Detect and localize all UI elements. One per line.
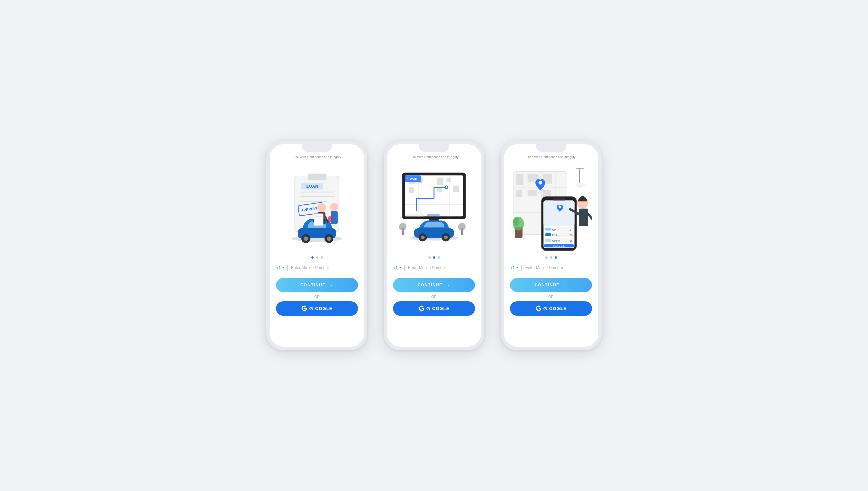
or-text-1: OR	[314, 295, 320, 299]
phone-3-illustration: Car $4 Flash $3 Comfort $5 Confirm ride	[510, 161, 592, 255]
arrow-icon-1: →	[328, 282, 334, 288]
svg-rect-75	[543, 200, 574, 226]
svg-point-21	[328, 215, 333, 222]
google-button-3[interactable]: GOOGLE	[510, 301, 592, 316]
arrow-icon-3: →	[562, 282, 568, 288]
dot-3-2	[555, 256, 557, 259]
phone-3-notch	[536, 144, 566, 152]
svg-rect-36	[437, 178, 443, 185]
svg-point-104	[576, 183, 584, 186]
phone-3: Ride With Confidence and integrity	[501, 141, 601, 350]
phone-2-illustration: ↖ 200m	[393, 161, 475, 255]
svg-rect-39	[437, 187, 442, 192]
svg-text:Comfort: Comfort	[552, 240, 560, 242]
svg-point-80	[559, 205, 561, 208]
phone-2-dots	[428, 256, 440, 259]
chevron-down-icon-3: ▼	[516, 266, 519, 269]
svg-point-71	[538, 180, 542, 184]
phone-1-input-row[interactable]: +1 ▼ Enter Mobile Number	[276, 265, 358, 273]
phone-2-wrapper: Ride With Confidence and integrity	[383, 141, 485, 350]
phone-2-input-row[interactable]: +1 ▼ Enter Mobile Number	[393, 265, 475, 273]
dot-2-1	[433, 256, 435, 259]
dot-2-0	[428, 256, 431, 259]
dot-1-2	[321, 256, 323, 259]
phone-1: Ride With Confidence and integrity LOAN	[267, 141, 367, 350]
dot-1-0	[311, 256, 314, 259]
svg-rect-22	[314, 213, 323, 226]
google-icon-2	[418, 306, 425, 312]
svg-rect-44	[405, 214, 424, 216]
divider-3	[522, 265, 522, 271]
svg-point-12	[304, 236, 308, 241]
phone-1-wrapper: Ride With Confidence and integrity LOAN	[267, 141, 367, 350]
phone-1-notch	[302, 144, 332, 152]
country-code-3[interactable]: +1 ▼	[510, 265, 519, 270]
phone-1-illustration: LOAN APPROVED	[276, 161, 358, 255]
phone-3-dots	[545, 256, 557, 259]
svg-point-57	[458, 223, 466, 231]
phone-1-dots	[311, 256, 323, 259]
svg-text:$3: $3	[570, 234, 572, 236]
phone-3-input-row[interactable]: +1 ▼ Enter Mobile Number	[510, 265, 592, 273]
svg-text:Car: Car	[552, 229, 556, 231]
scene: Ride With Confidence and integrity LOAN	[240, 121, 628, 370]
phone-2-input-placeholder[interactable]: Enter Mobile Number	[408, 265, 475, 270]
google-icon-1	[302, 306, 308, 312]
dot-3-1	[550, 256, 552, 259]
svg-point-15	[317, 203, 326, 212]
google-button-1[interactable]: GOOGLE	[276, 301, 358, 316]
country-code-2[interactable]: +1 ▼	[393, 265, 402, 270]
dot-2-2	[438, 256, 440, 259]
svg-rect-90	[545, 239, 551, 242]
svg-rect-65	[516, 174, 524, 185]
svg-point-53	[444, 236, 448, 239]
phone-1-tagline: Ride With Confidence and integrity	[292, 155, 341, 158]
svg-point-55	[399, 223, 407, 231]
or-text-3: OR	[548, 295, 554, 299]
or-text-2: OR	[431, 295, 437, 299]
svg-rect-96	[579, 209, 588, 226]
phone-2-notch	[419, 144, 449, 152]
continue-button-1[interactable]: CONTINUE →	[276, 278, 358, 292]
phone-3-content: Ride With Confidence and integrity	[504, 153, 598, 339]
svg-rect-37	[447, 178, 451, 182]
chevron-down-icon: ▼	[282, 266, 285, 269]
svg-rect-38	[453, 185, 459, 192]
svg-rect-35	[409, 187, 414, 193]
svg-rect-86	[545, 233, 551, 236]
svg-point-101	[513, 217, 520, 226]
google-button-2[interactable]: GOOGLE	[393, 301, 475, 316]
phone-3-wrapper: Ride With Confidence and integrity	[501, 141, 601, 350]
phone-1-content: Ride With Confidence and integrity LOAN	[270, 153, 364, 339]
svg-rect-82	[545, 228, 551, 230]
svg-text:$5: $5	[570, 240, 572, 242]
continue-button-2[interactable]: CONTINUE →	[393, 278, 475, 292]
svg-point-19	[330, 203, 338, 211]
svg-point-51	[421, 236, 425, 239]
phone-2-content: Ride With Confidence and integrity	[387, 153, 481, 339]
svg-rect-1	[308, 174, 326, 180]
phone-2: Ride With Confidence and integrity	[383, 141, 485, 350]
svg-point-14	[327, 236, 331, 241]
country-code-1[interactable]: +1 ▼	[276, 265, 285, 270]
dot-3-0	[545, 256, 548, 259]
svg-text:LOAN: LOAN	[307, 184, 318, 189]
divider-1	[287, 265, 288, 271]
divider-2	[404, 265, 405, 271]
arrow-icon-2: →	[445, 282, 451, 288]
google-icon-3	[536, 306, 542, 312]
dot-1-1	[316, 256, 318, 259]
continue-button-3[interactable]: CONTINUE →	[510, 278, 592, 292]
phone-1-input-placeholder[interactable]: Enter Mobile Number	[291, 265, 358, 270]
phone-3-input-placeholder[interactable]: Enter Mobile Number	[525, 265, 592, 270]
svg-text:Flash: Flash	[552, 234, 558, 236]
svg-rect-68	[516, 190, 522, 197]
chevron-down-icon-2: ▼	[399, 266, 402, 269]
svg-rect-45	[427, 214, 440, 216]
svg-text:↖ 200m: ↖ 200m	[406, 177, 417, 180]
svg-text:$4: $4	[570, 229, 572, 231]
svg-rect-69	[528, 190, 537, 196]
svg-line-98	[588, 214, 592, 221]
phone-3-tagline: Ride With Confidence and integrity	[527, 155, 575, 158]
svg-point-41	[446, 186, 448, 188]
